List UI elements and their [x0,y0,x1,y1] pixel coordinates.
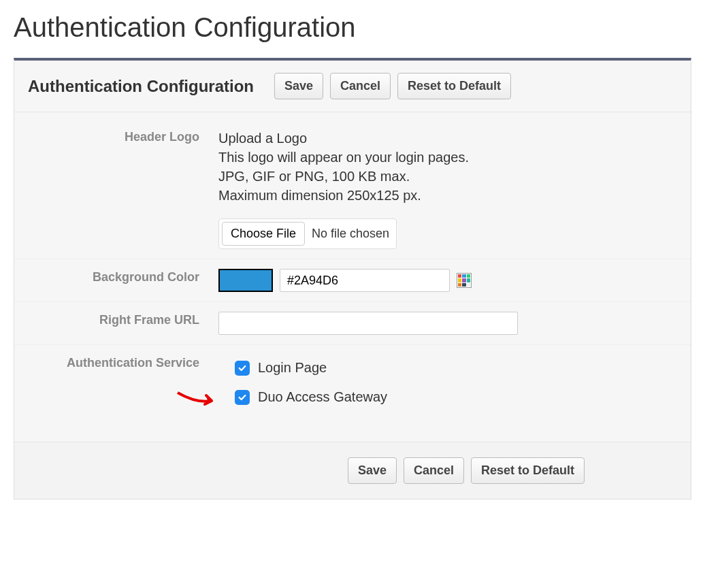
reset-button-footer[interactable]: Reset to Default [471,457,585,484]
save-button-footer[interactable]: Save [348,457,397,484]
checkbox-login-page: Login Page [235,360,677,376]
header-button-group: Save Cancel Reset to Default [274,73,511,99]
panel-header: Authentication Configuration Save Cancel… [14,61,691,112]
footer-button-group: Save Cancel Reset to Default [348,457,585,484]
color-picker-icon[interactable] [457,273,472,288]
right-frame-url-input[interactable] [218,312,518,335]
checkmark-icon [237,393,247,402]
checkbox-duo-gateway-label: Duo Access Gateway [258,389,387,405]
file-input-wrap: Choose File No file chosen [218,218,397,249]
row-background-color: Background Color [14,259,691,301]
checkbox-login-page-label: Login Page [258,360,327,376]
file-status: No file chosen [312,227,389,241]
checkbox-login-page-input[interactable] [235,361,250,376]
field-right-frame-url [218,312,677,335]
label-header-logo: Header Logo [28,129,218,144]
form-body: Header Logo Upload a Logo This logo will… [14,112,691,442]
row-right-frame-url: Right Frame URL [14,301,691,344]
field-auth-service: Login Page Duo Access Gateway [218,355,677,419]
hint-line: This logo will appear on your login page… [218,148,677,167]
config-panel: Authentication Configuration Save Cancel… [14,58,691,500]
panel-title: Authentication Configuration [28,77,254,96]
save-button[interactable]: Save [274,73,323,99]
page-title: Authentication Configuration [0,0,705,58]
color-swatch[interactable] [218,269,273,292]
reset-button[interactable]: Reset to Default [397,73,511,99]
annotation-arrow-icon [176,389,224,409]
cancel-button[interactable]: Cancel [330,73,391,99]
checkmark-icon [237,363,247,373]
label-background-color: Background Color [28,269,218,284]
hint-line: Upload a Logo [218,129,677,148]
upload-hint: Upload a Logo This logo will appear on y… [218,129,677,205]
cancel-button-footer[interactable]: Cancel [404,457,464,484]
hint-line: JPG, GIF or PNG, 100 KB max. [218,167,677,186]
row-auth-service: Authentication Service Login Page [14,344,691,428]
label-right-frame-url: Right Frame URL [28,312,218,327]
field-background-color [218,269,677,292]
checkbox-duo-gateway: Duo Access Gateway [235,389,677,405]
field-header-logo: Upload a Logo This logo will appear on y… [218,129,677,249]
panel-footer: Save Cancel Reset to Default [14,442,691,499]
hint-line: Maximum dimension 250x125 px. [218,186,677,205]
row-header-logo: Header Logo Upload a Logo This logo will… [14,119,691,259]
checkbox-duo-gateway-input[interactable] [235,390,250,405]
choose-file-button[interactable]: Choose File [222,222,305,246]
background-color-input[interactable] [280,269,450,292]
label-auth-service: Authentication Service [28,355,218,370]
